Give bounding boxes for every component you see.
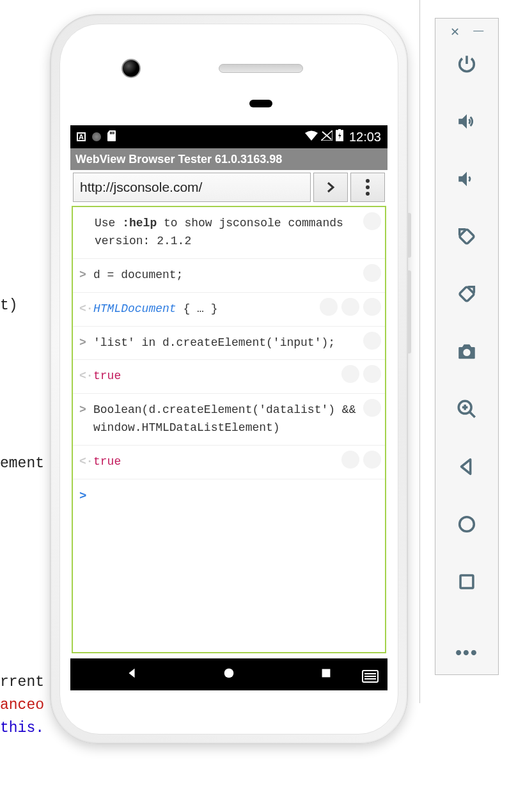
camera-icon[interactable] [453,338,480,365]
status-sd-icon [107,130,117,144]
row-action-icon[interactable] [341,451,359,469]
vertical-separator [419,0,420,703]
prompt-in-icon: > [79,401,88,419]
console-code: Boolean(d.createElement('datalist') && w… [93,401,376,437]
js-console[interactable]: Use :help to show jsconsole commands ver… [72,206,386,653]
home-icon[interactable] [453,511,480,538]
bg-code-frag: this. [0,720,44,736]
back-icon[interactable] [453,453,480,480]
console-input-row: > 'list' in d.createElement('input'); [73,327,385,361]
row-action-icon[interactable] [363,212,381,230]
battery-icon [336,129,343,144]
row-action-icon[interactable] [363,451,381,469]
device-frame: A 12:03 [50,14,408,744]
svg-point-7 [460,517,474,532]
row-action-icon[interactable] [341,298,359,316]
go-button[interactable] [313,173,348,202]
row-action-icon[interactable] [320,298,338,316]
svg-rect-9 [110,132,111,134]
prompt-in-icon: > [79,334,88,352]
bg-code-frag: rrent [0,674,44,690]
more-icon[interactable]: ••• [455,642,478,663]
console-code: 'list' in d.createElement('input'); [93,334,376,352]
console-result: true [93,453,376,471]
device-side-button [407,213,411,258]
bg-code-frag: ement [0,455,44,472]
android-navbar [70,658,387,690]
svg-rect-17 [322,669,331,678]
bg-code-frag: t) [0,297,18,314]
console-active-prompt[interactable]: > [73,479,385,513]
prompt-in-icon: > [79,267,88,284]
menu-dots-icon [366,179,370,196]
console-output-row: <· true [73,360,385,394]
svg-rect-11 [113,132,114,134]
prompt-out-icon: <· [79,300,88,318]
help-text: to show jsconsole commands [157,217,343,229]
row-action-icon[interactable] [363,365,381,383]
bg-code-frag: anceo [0,697,44,713]
emulator-toolbar: ✕ — ••• [435,18,499,675]
zoom-icon[interactable] [453,396,480,423]
nav-back-icon[interactable] [125,666,139,683]
app-titlebar: WebView Browser Tester 61.0.3163.98 [70,148,387,170]
android-statusbar: A 12:03 [70,125,387,148]
app-title: WebView Browser Tester 61.0.3163.98 [75,153,282,166]
menu-button[interactable] [350,173,385,202]
console-output-row: <· HTMLDocument { … } [73,293,385,327]
device-speaker [219,64,303,73]
nav-home-icon[interactable] [222,666,236,683]
row-action-icon[interactable] [363,399,381,417]
rotate-left-icon[interactable] [453,223,480,250]
console-output-row: <· true [73,446,385,479]
row-action-icon[interactable] [363,264,381,282]
close-icon[interactable]: ✕ [450,25,460,39]
status-clock: 12:03 [349,130,381,144]
url-toolbar: http://jsconsole.com/ [70,170,387,205]
console-result: true [93,368,376,385]
nav-overview-icon[interactable] [319,666,333,683]
svg-line-4 [469,412,475,417]
help-version: version: 2.1.2 [95,235,191,247]
console-input-row: > Boolean(d.createElement('datalist') &&… [73,394,385,446]
minimize-icon[interactable]: — [473,25,483,39]
row-action-icon[interactable] [363,298,381,316]
device-sensor [249,100,272,107]
device-screen: A 12:03 [70,125,387,690]
prompt-out-icon: <· [79,368,88,385]
svg-rect-1 [459,286,474,302]
svg-rect-0 [459,229,474,244]
device-camera [121,59,141,78]
row-action-icon[interactable] [341,365,359,383]
prompt-active-icon: > [79,487,88,506]
nav-keyboard-icon[interactable] [362,670,379,683]
console-input-row: > d = document; [73,259,385,293]
volume-down-icon[interactable] [453,166,480,192]
svg-point-2 [463,349,470,356]
rotate-right-icon[interactable] [453,281,480,307]
help-text: Use [95,217,122,229]
device-side-button [407,270,411,354]
svg-rect-8 [460,575,473,588]
console-help: Use :help to show jsconsole commands ver… [73,207,385,259]
wifi-icon [305,130,318,144]
svg-rect-10 [112,132,113,134]
signal-icon [321,130,332,144]
console-code: d = document; [93,267,376,284]
volume-up-icon[interactable] [453,108,480,135]
svg-point-16 [224,669,234,678]
status-circle-icon [92,132,101,141]
row-action-icon[interactable] [363,332,381,350]
prompt-out-icon: <· [79,453,88,471]
status-app-icon: A [77,132,86,141]
url-text: http://jsconsole.com/ [80,180,202,195]
overview-icon[interactable] [453,568,480,595]
power-icon[interactable] [453,50,480,77]
url-input[interactable]: http://jsconsole.com/ [73,173,311,202]
help-command: :help [122,217,157,229]
